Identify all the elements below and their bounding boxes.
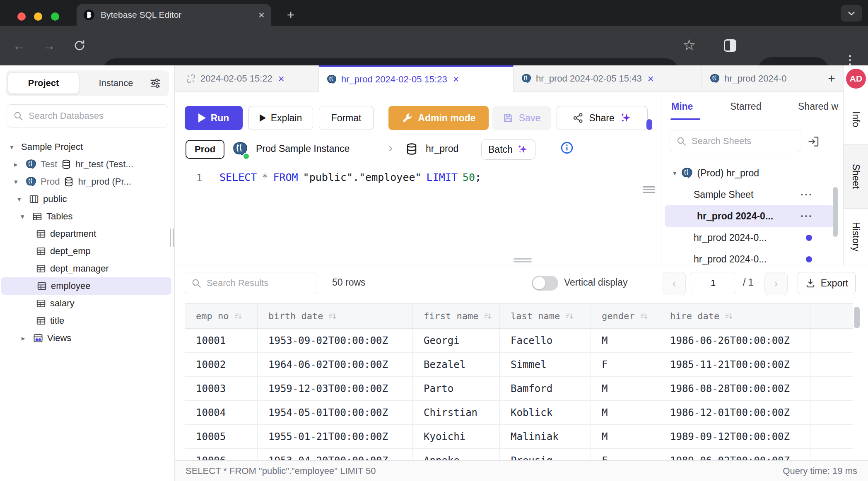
batch-mode-button[interactable]: Batch <box>481 139 535 160</box>
new-tab-button[interactable]: + <box>282 7 300 23</box>
editor-scrollbar-thumb[interactable] <box>646 119 652 130</box>
table-scrollbar-thumb[interactable] <box>854 307 860 328</box>
new-sheet-button[interactable]: + <box>820 65 843 91</box>
tree-node-project[interactable]: ▾ Sample Project <box>0 138 171 156</box>
tree-node-table-title[interactable]: title <box>0 312 171 329</box>
cell[interactable]: Anneke <box>413 449 500 461</box>
cell[interactable]: M <box>591 401 659 425</box>
browser-tab[interactable]: Bytebase SQL Editor × <box>77 4 271 26</box>
share-button[interactable]: Share <box>557 106 648 130</box>
caret-down-icon[interactable]: ▾ <box>14 178 22 186</box>
macos-minimize-button[interactable] <box>34 12 42 21</box>
cell[interactable]: Maliniak <box>500 425 591 449</box>
tree-node-table-department[interactable]: department <box>0 225 171 243</box>
cell[interactable]: 1959-12-03T00:00:00Z <box>258 377 413 401</box>
sheets-tab-mine[interactable]: Mine <box>671 101 693 112</box>
cell[interactable]: 1986-08-28T00:00:00Z <box>659 377 810 401</box>
cell[interactable]: Parto <box>413 377 500 401</box>
database-search[interactable] <box>7 104 168 127</box>
sheet-tab-1[interactable]: 2024-02-05 15:22 × <box>178 65 319 92</box>
cell[interactable]: Bamford <box>500 377 591 401</box>
caret-down-icon[interactable]: ▾ <box>10 143 17 152</box>
close-icon[interactable]: × <box>648 73 654 85</box>
export-button[interactable]: Export <box>798 272 856 294</box>
tree-node-table-employee[interactable]: employee <box>1 277 171 295</box>
cell[interactable]: F <box>591 353 659 377</box>
cell[interactable]: 1964-06-02T00:00:00Z <box>258 353 413 377</box>
user-avatar[interactable]: AD <box>846 69 866 89</box>
save-button[interactable]: Save <box>492 106 551 130</box>
sheet-search[interactable] <box>670 130 801 152</box>
sheet-tab-2-active[interactable]: hr_prod 2024-02-05 15:23 × <box>319 65 514 92</box>
cell[interactable]: 1953-09-02T00:00:00Z <box>258 329 413 353</box>
caret-right-icon[interactable]: ▸ <box>22 334 29 343</box>
cell[interactable]: Simmel <box>500 353 591 377</box>
sql-editor[interactable]: 1 SELECT*FROM"public"."employee"LIMIT50; <box>175 166 661 265</box>
caret-down-icon[interactable]: ▾ <box>17 195 25 204</box>
cell[interactable]: Preusig <box>500 449 591 461</box>
cell[interactable]: Facello <box>500 329 591 353</box>
macos-close-button[interactable] <box>17 12 26 21</box>
panel-resize-grip[interactable] <box>643 186 655 195</box>
sheets-tab-starred[interactable]: Starred <box>730 101 761 112</box>
admin-mode-button[interactable]: Admin mode <box>388 106 489 130</box>
tab-close-icon[interactable]: × <box>258 9 265 22</box>
sheet-item-unsaved-2[interactable]: hr_prod 2024-0... <box>661 248 838 265</box>
sort-icon[interactable] <box>483 312 492 321</box>
cell[interactable]: 1986-12-01T00:00:00Z <box>659 401 810 425</box>
tree-node-views-group[interactable]: ▸ Views <box>0 329 171 347</box>
bookmark-star-button[interactable]: ☆ <box>682 36 696 54</box>
tree-node-test-db[interactable]: ▸ Test hr_test (Test... <box>0 156 171 173</box>
cell[interactable]: Chirstian <box>413 401 500 425</box>
cell[interactable]: M <box>591 425 659 449</box>
sort-icon[interactable] <box>234 312 243 321</box>
table-row-partial[interactable]: 10006 1953-04-20T00:00:00Z Anneke Preusi… <box>185 449 853 461</box>
column-header[interactable]: last_name <box>500 304 591 329</box>
sort-icon[interactable] <box>565 312 574 321</box>
sheet-menu-icon[interactable]: ··· <box>800 189 813 200</box>
cell[interactable]: 1953-04-20T00:00:00Z <box>258 449 413 461</box>
results-search[interactable] <box>185 272 316 294</box>
caret-right-icon[interactable]: ▸ <box>14 160 22 169</box>
cell[interactable]: Bezalel <box>413 353 500 377</box>
sheet-tab-4[interactable]: hr_prod 2024-0 <box>702 65 820 92</box>
tree-settings-button[interactable] <box>149 77 162 91</box>
sort-icon[interactable] <box>724 312 733 321</box>
tree-node-table-salary[interactable]: salary <box>0 295 171 312</box>
table-row[interactable]: 10005 1955-01-21T00:00:00Z Kyoichi Malin… <box>185 425 853 449</box>
cell[interactable]: 1985-11-21T00:00:00Z <box>659 353 810 377</box>
cell[interactable]: 1986-06-26T00:00:00Z <box>659 329 810 353</box>
cell[interactable]: 1989-06-02T00:00:00Z <box>659 449 810 461</box>
sheet-item-sample-sheet[interactable]: Sample Sheet ··· <box>661 184 838 205</box>
column-header[interactable]: birth_date <box>258 304 413 329</box>
sort-icon[interactable] <box>639 312 649 321</box>
run-button[interactable]: Run <box>185 106 243 130</box>
column-header[interactable]: hire_date <box>659 304 810 329</box>
cell[interactable]: 10002 <box>185 353 258 377</box>
cell[interactable]: 1989-09-12T00:00:00Z <box>659 425 810 449</box>
cell[interactable]: Kyoichi <box>413 425 500 449</box>
macos-zoom-button[interactable] <box>51 12 59 21</box>
cell[interactable]: 1955-01-21T00:00:00Z <box>258 425 413 449</box>
next-page-button[interactable]: › <box>764 272 788 295</box>
sheet-search-input[interactable] <box>691 135 795 147</box>
tree-node-schema-public[interactable]: ▾ public <box>0 190 171 208</box>
sheet-menu-icon[interactable]: ··· <box>800 210 813 222</box>
vertical-display-toggle[interactable] <box>532 276 558 291</box>
forward-button[interactable]: → <box>37 26 60 65</box>
database-name[interactable]: hr_prod <box>426 143 458 154</box>
sort-icon[interactable] <box>328 312 337 321</box>
cell[interactable]: 10003 <box>185 377 258 401</box>
table-row[interactable]: 10001 1953-09-02T00:00:00Z Georgi Facell… <box>185 329 853 353</box>
collapse-panel-button[interactable] <box>807 135 820 150</box>
tab-search-chevron-button[interactable] <box>841 5 862 22</box>
page-number-box[interactable] <box>690 272 736 294</box>
cell[interactable]: M <box>591 377 659 401</box>
caret-down-icon[interactable]: ▾ <box>21 212 28 221</box>
sheet-item-selected[interactable]: hr_prod 2024-0... ··· <box>665 205 834 227</box>
sheet-group-prod-hr-prod[interactable]: ▾ (Prod) hr_prod <box>661 162 838 184</box>
tab-instance[interactable]: Instance <box>83 70 149 96</box>
close-icon[interactable]: × <box>278 73 285 85</box>
cell[interactable]: 10001 <box>185 329 258 353</box>
column-header[interactable]: emp_no <box>185 304 258 329</box>
